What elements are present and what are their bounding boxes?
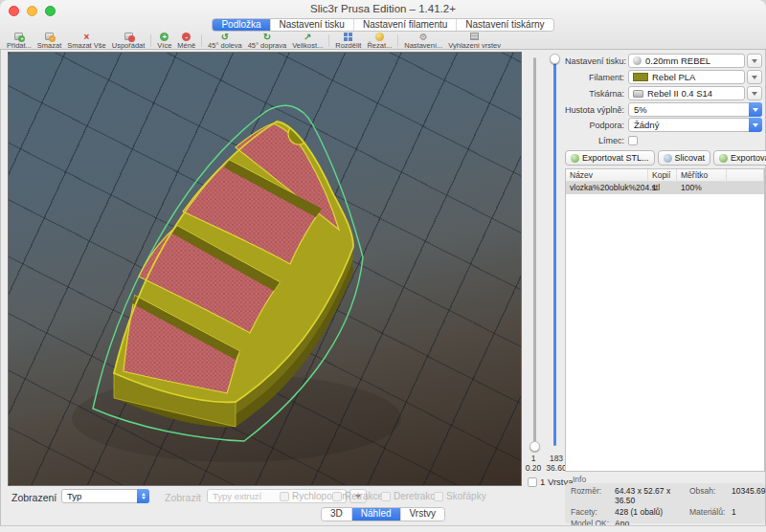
object-list[interactable]: Název Kopií Měřítko vlozka%20obluk%204.s… xyxy=(565,168,765,472)
main-tab-1[interactable]: Nastavení tisku xyxy=(270,19,353,31)
table-row[interactable]: vlozka%20obluk%204.stl 1 100% xyxy=(566,182,764,194)
printer-dropdown-button[interactable] xyxy=(747,86,762,100)
rotate-right-icon: ↻ xyxy=(263,33,271,41)
delete-all-button[interactable]: ×Smazat Vše xyxy=(67,33,105,50)
slice-button[interactable]: Slicovat xyxy=(658,150,711,166)
chevron-up-icon xyxy=(142,493,146,496)
column-copies[interactable]: Kopií xyxy=(648,169,677,181)
scale-button[interactable]: ↗Velikost... xyxy=(292,33,323,50)
column-name[interactable]: Název xyxy=(566,169,648,181)
export-stl-button[interactable]: Exportovat STL... xyxy=(565,150,655,166)
show-label: Zobrazit xyxy=(165,492,201,503)
arrange-button[interactable]: Uspořádat xyxy=(112,33,146,50)
window-bottom-strip xyxy=(0,525,766,532)
toolbar-separator xyxy=(397,34,398,47)
add-object-button[interactable]: +Přidat... xyxy=(7,33,32,50)
chevron-down-icon xyxy=(752,76,757,79)
column-scale[interactable]: Měřítko xyxy=(677,169,727,181)
object-list-header: Název Kopií Měřítko xyxy=(566,169,764,182)
popup-arrow xyxy=(749,118,762,132)
settings-icon: ⚙ xyxy=(419,33,428,41)
checkbox-box[interactable] xyxy=(381,492,391,501)
single-layer-checkbox-box[interactable] xyxy=(528,477,537,487)
filament-dropdown-button[interactable] xyxy=(747,70,762,84)
export-gcode-label: Exportovat G-kód... xyxy=(731,153,766,163)
rotate-left-icon: ↺ xyxy=(221,33,229,41)
rotate-left-button[interactable]: ↺45° doleva xyxy=(208,33,242,50)
print-settings-dropdown-button[interactable] xyxy=(747,54,762,68)
object-scale-cell: 100% xyxy=(677,182,727,194)
fewer-copies-icon: - xyxy=(182,33,191,41)
display-mode-select[interactable]: Typ xyxy=(61,489,149,503)
infill-popup[interactable]: 5% xyxy=(628,102,762,117)
toolbar-separator xyxy=(328,34,329,47)
window-chrome: Slic3r Prusa Edition – 1.41.2+ PodložkaN… xyxy=(0,0,766,50)
checkbox-box[interactable] xyxy=(434,492,443,501)
export-gcode-button[interactable]: Exportovat G-kód... xyxy=(713,150,766,166)
select-stepper xyxy=(137,489,149,503)
volume-label: Obsah: xyxy=(689,486,732,505)
object-name-cell: vlozka%20obluk%204.stl xyxy=(566,182,648,194)
main-tab-3[interactable]: Nastavení tiskárny xyxy=(456,19,552,31)
settings-panel: Nastavení tisku: 0.20mm REBEL Filament: … xyxy=(565,50,766,524)
export-stl-icon xyxy=(571,154,579,163)
cut-icon xyxy=(375,33,384,41)
cut-button[interactable]: Řezat... xyxy=(367,33,392,50)
checkbox-skořápky[interactable]: Skořápky xyxy=(434,491,486,501)
printer-value: Rebel II 0.4 S14 xyxy=(647,88,712,99)
window-title: Slic3r Prusa Edition – 1.41.2+ xyxy=(0,0,766,18)
view-tab-2[interactable]: Vrstvy xyxy=(400,508,444,521)
brim-label: Límec: xyxy=(565,136,628,145)
main-tab-2[interactable]: Nastavení filamentu xyxy=(353,19,456,31)
more-copies-button[interactable]: +Více xyxy=(157,33,171,50)
toolbar-item-label: Více xyxy=(157,42,171,50)
checkbox-retrakce[interactable]: Retrakce xyxy=(332,491,383,501)
layer-slider-max-track[interactable] xyxy=(553,57,556,446)
toolbar-item-label: Velikost... xyxy=(292,42,323,50)
layer-smoothing-button[interactable]: Vyhlazení vrstev xyxy=(448,33,501,50)
support-value: Žádný xyxy=(634,120,659,130)
support-label: Podpora: xyxy=(565,121,628,130)
printer-combo[interactable]: Rebel II 0.4 S14 xyxy=(628,86,745,100)
3d-scene xyxy=(9,53,521,485)
support-popup[interactable]: Žádný xyxy=(628,118,762,132)
fewer-copies-button[interactable]: -Méně xyxy=(177,33,195,50)
split-button[interactable]: Rozdělit xyxy=(335,33,361,50)
model-notch xyxy=(288,123,309,144)
filament-combo[interactable]: Rebel PLA xyxy=(628,70,745,84)
layer-slider-max-knob[interactable] xyxy=(550,54,560,64)
settings-button[interactable]: ⚙Nastavení... xyxy=(404,33,442,50)
toolbar-item-label: Uspořádat xyxy=(112,42,146,50)
toolbar-item-label: Nastavení... xyxy=(404,42,442,50)
slice-label: Slicovat xyxy=(675,153,706,163)
size-value: 64.43 x 52.67 x 36.50 xyxy=(615,486,689,505)
delete-object-button[interactable]: -Smazat xyxy=(37,33,61,50)
view-tab-0[interactable]: 3D xyxy=(322,508,351,521)
checkbox-deretrakce[interactable]: Deretrakce xyxy=(381,491,440,501)
brim-checkbox[interactable] xyxy=(628,136,638,145)
3d-viewport[interactable] xyxy=(8,52,522,486)
print-settings-value: 0.20mm REBEL xyxy=(645,55,710,66)
volume-value: 10345.69 xyxy=(732,486,765,505)
layer-slider-min-knob[interactable] xyxy=(529,441,540,452)
chevron-down-icon xyxy=(753,108,758,112)
toolbar-item-label: Smazat xyxy=(37,42,61,50)
view-tab-1[interactable]: Náhled xyxy=(351,508,400,521)
printer-icon xyxy=(633,90,643,98)
print-settings-combo[interactable]: 0.20mm REBEL xyxy=(628,54,745,68)
toolbar-separator xyxy=(201,34,202,47)
split-icon xyxy=(344,33,348,36)
toolbar-separator xyxy=(150,34,151,47)
checkbox-box[interactable] xyxy=(332,492,342,501)
object-copies-cell: 1 xyxy=(648,182,677,194)
checkbox-box[interactable] xyxy=(280,492,289,501)
layer-slider-min-track[interactable] xyxy=(533,57,536,446)
toolbar-item-label: 45° doleva xyxy=(208,42,242,50)
display-label: Zobrazení xyxy=(11,492,56,503)
delete-object-icon: - xyxy=(45,33,54,40)
column-spacer xyxy=(727,169,764,181)
rotate-right-button[interactable]: ↻45° doprava xyxy=(248,33,287,50)
main-tab-0[interactable]: Podložka xyxy=(213,19,269,31)
popup-arrow xyxy=(749,102,762,117)
size-label: Rozměr: xyxy=(571,486,615,505)
